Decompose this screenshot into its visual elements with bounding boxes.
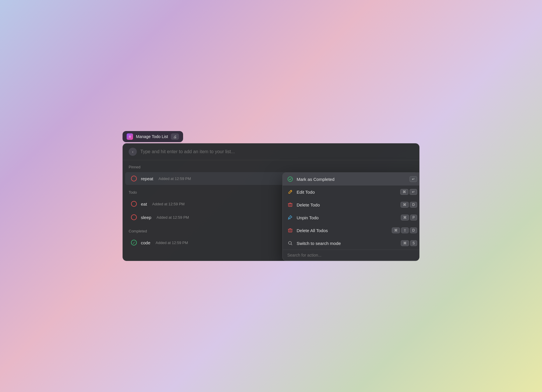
- input-row: ‹: [123, 144, 419, 160]
- back-button[interactable]: ‹: [129, 148, 137, 156]
- item-time: Added at 12:59 PM: [156, 241, 188, 245]
- item-time: Added at 12:59 PM: [159, 176, 191, 181]
- app-title: Manage Todo List: [136, 134, 168, 139]
- add-item-input[interactable]: [140, 149, 413, 154]
- shortcut-delete-all: ⌘ ⇧ D: [392, 227, 417, 233]
- todo-circle-icon: [131, 214, 137, 220]
- shortcut-delete-todo: ⌘ D: [401, 202, 417, 208]
- svg-rect-2: [288, 229, 292, 232]
- todo-circle-icon: [131, 176, 137, 181]
- item-name: code: [141, 240, 150, 245]
- shortcut-key-cmd: ⌘: [392, 227, 400, 233]
- shortcut-edit-todo: ⌘ ↵: [400, 189, 417, 195]
- menu-item-delete-all[interactable]: Delete All Todos ⌘ ⇧ D: [283, 224, 419, 237]
- trash-icon: [287, 202, 293, 208]
- menu-item-mark-completed[interactable]: Mark as Completed ↵: [283, 173, 419, 186]
- search-icon-menu: [287, 240, 293, 246]
- menu-label-unpin-todo: Unpin Todo: [297, 215, 397, 220]
- shortcut-key-cmd: ⌘: [401, 202, 409, 208]
- item-name: repeat: [141, 176, 153, 181]
- context-menu: Mark as Completed ↵ Edit Todo ⌘ ↵: [282, 172, 419, 261]
- completed-check-icon: ✓: [131, 240, 137, 246]
- item-time: Added at 12:59 PM: [157, 215, 189, 220]
- main-panel: ‹ Pinned repeat Added at 12:59 PM 📌 Todo…: [123, 143, 419, 261]
- menu-label-delete-todo: Delete Todo: [297, 202, 397, 207]
- shortcut-key-enter: ↵: [410, 189, 417, 195]
- svg-rect-1: [288, 204, 292, 206]
- pinned-section-label: Pinned: [123, 160, 419, 172]
- todo-circle-icon: [131, 201, 137, 207]
- shortcut-key-cmd: ⌘: [401, 215, 409, 220]
- title-bar: ≡ Manage Todo List 🖨: [123, 131, 183, 142]
- pencil-icon: [287, 189, 293, 195]
- menu-label-edit-todo: Edit Todo: [297, 190, 397, 195]
- menu-item-unpin-todo[interactable]: Unpin Todo ⌘ P: [283, 211, 419, 224]
- menu-item-switch-search[interactable]: Switch to search mode ⌘ S: [283, 237, 419, 250]
- shortcut-key-s: S: [410, 240, 417, 246]
- menu-item-edit-todo[interactable]: Edit Todo ⌘ ↵: [283, 186, 419, 198]
- printer-button[interactable]: 🖨: [171, 133, 179, 140]
- shortcut-key-shift: ⇧: [401, 227, 409, 233]
- pin-icon-menu: [287, 215, 293, 220]
- app-wrapper: ≡ Manage Todo List 🖨 ‹ Pinned repeat Add…: [123, 131, 419, 261]
- menu-label-delete-all: Delete All Todos: [297, 228, 388, 233]
- shortcut-switch-search: ⌘ S: [401, 240, 417, 246]
- back-icon: ‹: [132, 149, 134, 154]
- svg-point-0: [288, 177, 293, 181]
- check-circle-icon: [287, 176, 293, 182]
- app-icon: ≡: [127, 133, 133, 140]
- menu-item-delete-todo[interactable]: Delete Todo ⌘ D: [283, 198, 419, 211]
- trash-all-icon: [287, 227, 293, 233]
- app-icon-glyph: ≡: [129, 135, 131, 139]
- shortcut-key: ↵: [410, 176, 417, 182]
- shortcut-mark-completed: ↵: [410, 176, 417, 182]
- shortcut-key-p: P: [410, 215, 417, 220]
- search-action-input[interactable]: [287, 253, 417, 257]
- item-time: Added at 12:59 PM: [152, 202, 185, 206]
- shortcut-key-d: D: [410, 227, 417, 233]
- shortcut-key-d: D: [410, 202, 417, 208]
- shortcut-key-cmd: ⌘: [401, 240, 409, 246]
- menu-label-mark-completed: Mark as Completed: [297, 177, 406, 182]
- search-action-row: [283, 250, 419, 260]
- shortcut-unpin-todo: ⌘ P: [401, 215, 417, 220]
- item-name: eat: [141, 202, 147, 206]
- menu-label-switch-search: Switch to search mode: [297, 241, 397, 246]
- item-name: sleep: [141, 215, 151, 220]
- shortcut-key-cmd: ⌘: [400, 189, 408, 195]
